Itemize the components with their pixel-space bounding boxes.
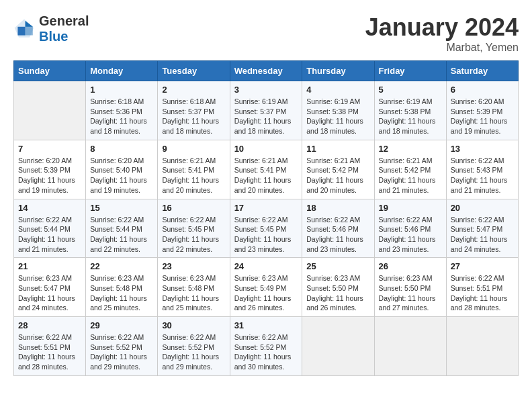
calendar-cell: 30Sunrise: 6:22 AMSunset: 5:52 PMDayligh… [158, 317, 230, 376]
day-info: Sunrise: 6:21 AMSunset: 5:41 PMDaylight:… [162, 156, 225, 195]
day-number: 6 [451, 85, 514, 95]
calendar-cell: 28Sunrise: 6:22 AMSunset: 5:51 PMDayligh… [14, 317, 86, 376]
day-info: Sunrise: 6:20 AMSunset: 5:39 PMDaylight:… [451, 97, 514, 136]
svg-rect-3 [17, 27, 25, 36]
calendar-cell [302, 317, 374, 376]
day-number: 4 [306, 85, 369, 95]
day-header-thursday: Thursday [302, 61, 374, 81]
day-number: 20 [451, 203, 514, 213]
calendar-cell: 14Sunrise: 6:22 AMSunset: 5:44 PMDayligh… [14, 199, 86, 258]
calendar-cell: 31Sunrise: 6:22 AMSunset: 5:52 PMDayligh… [230, 317, 302, 376]
day-header-wednesday: Wednesday [230, 61, 302, 81]
week-row-3: 14Sunrise: 6:22 AMSunset: 5:44 PMDayligh… [14, 199, 519, 258]
day-info: Sunrise: 6:21 AMSunset: 5:41 PMDaylight:… [234, 156, 298, 195]
calendar-cell: 13Sunrise: 6:22 AMSunset: 5:43 PMDayligh… [446, 140, 518, 199]
day-info: Sunrise: 6:22 AMSunset: 5:44 PMDaylight:… [18, 215, 81, 255]
day-info: Sunrise: 6:19 AMSunset: 5:37 PMDaylight:… [234, 97, 298, 136]
day-info: Sunrise: 6:22 AMSunset: 5:51 PMDaylight:… [451, 273, 514, 313]
day-info: Sunrise: 6:20 AMSunset: 5:39 PMDaylight:… [18, 156, 81, 195]
calendar-cell: 18Sunrise: 6:22 AMSunset: 5:46 PMDayligh… [302, 199, 374, 258]
day-number: 28 [18, 320, 81, 330]
page-header: General Blue January 2024 Marbat, Yemen [13, 13, 519, 54]
day-header-monday: Monday [86, 61, 158, 81]
day-info: Sunrise: 6:22 AMSunset: 5:46 PMDaylight:… [306, 215, 369, 255]
week-row-5: 28Sunrise: 6:22 AMSunset: 5:51 PMDayligh… [14, 317, 519, 376]
day-number: 2 [162, 85, 225, 95]
day-info: Sunrise: 6:21 AMSunset: 5:42 PMDaylight:… [379, 156, 442, 195]
calendar-cell: 8Sunrise: 6:20 AMSunset: 5:40 PMDaylight… [86, 140, 158, 199]
calendar-cell: 26Sunrise: 6:23 AMSunset: 5:50 PMDayligh… [374, 258, 446, 317]
days-header-row: SundayMondayTuesdayWednesdayThursdayFrid… [14, 61, 519, 81]
calendar-cell: 11Sunrise: 6:21 AMSunset: 5:42 PMDayligh… [302, 140, 374, 199]
day-info: Sunrise: 6:23 AMSunset: 5:50 PMDaylight:… [379, 273, 442, 313]
calendar-cell: 1Sunrise: 6:18 AMSunset: 5:36 PMDaylight… [86, 81, 158, 140]
day-number: 30 [162, 320, 225, 330]
calendar-location: Marbat, Yemen [365, 42, 519, 54]
day-number: 12 [379, 144, 442, 154]
day-info: Sunrise: 6:22 AMSunset: 5:52 PMDaylight:… [162, 332, 225, 372]
day-info: Sunrise: 6:21 AMSunset: 5:42 PMDaylight:… [306, 156, 369, 195]
day-info: Sunrise: 6:22 AMSunset: 5:44 PMDaylight:… [90, 215, 153, 255]
calendar-cell: 5Sunrise: 6:19 AMSunset: 5:38 PMDaylight… [374, 81, 446, 140]
day-info: Sunrise: 6:22 AMSunset: 5:47 PMDaylight:… [451, 215, 514, 255]
day-info: Sunrise: 6:22 AMSunset: 5:46 PMDaylight:… [379, 215, 442, 255]
day-header-sunday: Sunday [14, 61, 86, 81]
calendar-cell: 7Sunrise: 6:20 AMSunset: 5:39 PMDaylight… [14, 140, 86, 199]
day-number: 19 [379, 203, 442, 213]
day-number: 16 [162, 203, 225, 213]
calendar-cell: 29Sunrise: 6:22 AMSunset: 5:52 PMDayligh… [86, 317, 158, 376]
day-info: Sunrise: 6:23 AMSunset: 5:49 PMDaylight:… [234, 273, 298, 313]
logo-icon [13, 18, 35, 40]
day-info: Sunrise: 6:22 AMSunset: 5:51 PMDaylight:… [18, 332, 81, 372]
logo-text: General Blue [39, 13, 89, 44]
calendar-cell [374, 317, 446, 376]
day-info: Sunrise: 6:22 AMSunset: 5:43 PMDaylight:… [451, 156, 514, 195]
calendar-cell: 23Sunrise: 6:23 AMSunset: 5:48 PMDayligh… [158, 258, 230, 317]
day-number: 18 [306, 203, 369, 213]
day-info: Sunrise: 6:23 AMSunset: 5:48 PMDaylight:… [90, 273, 153, 313]
day-number: 31 [234, 320, 298, 330]
day-number: 1 [90, 85, 153, 95]
day-info: Sunrise: 6:23 AMSunset: 5:48 PMDaylight:… [162, 273, 225, 313]
day-header-friday: Friday [374, 61, 446, 81]
day-number: 3 [234, 85, 298, 95]
calendar-table: SundayMondayTuesdayWednesdayThursdayFrid… [13, 60, 519, 376]
day-number: 15 [90, 203, 153, 213]
day-info: Sunrise: 6:20 AMSunset: 5:40 PMDaylight:… [90, 156, 153, 195]
calendar-cell: 21Sunrise: 6:23 AMSunset: 5:47 PMDayligh… [14, 258, 86, 317]
day-info: Sunrise: 6:18 AMSunset: 5:36 PMDaylight:… [90, 97, 153, 136]
day-number: 8 [90, 144, 153, 154]
day-number: 24 [234, 261, 298, 271]
calendar-cell: 3Sunrise: 6:19 AMSunset: 5:37 PMDaylight… [230, 81, 302, 140]
calendar-cell: 22Sunrise: 6:23 AMSunset: 5:48 PMDayligh… [86, 258, 158, 317]
day-number: 29 [90, 320, 153, 330]
week-row-4: 21Sunrise: 6:23 AMSunset: 5:47 PMDayligh… [14, 258, 519, 317]
calendar-cell: 17Sunrise: 6:22 AMSunset: 5:45 PMDayligh… [230, 199, 302, 258]
day-number: 11 [306, 144, 369, 154]
day-number: 25 [306, 261, 369, 271]
day-number: 14 [18, 203, 81, 213]
day-number: 27 [451, 261, 514, 271]
logo-blue: Blue [39, 29, 68, 44]
day-number: 10 [234, 144, 298, 154]
day-info: Sunrise: 6:23 AMSunset: 5:50 PMDaylight:… [306, 273, 369, 313]
day-number: 9 [162, 144, 225, 154]
calendar-cell: 24Sunrise: 6:23 AMSunset: 5:49 PMDayligh… [230, 258, 302, 317]
calendar-cell: 27Sunrise: 6:22 AMSunset: 5:51 PMDayligh… [446, 258, 518, 317]
calendar-cell [14, 81, 86, 140]
day-number: 26 [379, 261, 442, 271]
logo-general: General [39, 13, 89, 28]
calendar-cell [446, 317, 518, 376]
day-info: Sunrise: 6:22 AMSunset: 5:52 PMDaylight:… [90, 332, 153, 372]
calendar-title: January 2024 [365, 13, 519, 42]
day-info: Sunrise: 6:19 AMSunset: 5:38 PMDaylight:… [306, 97, 369, 136]
day-number: 13 [451, 144, 514, 154]
day-number: 5 [379, 85, 442, 95]
day-number: 22 [90, 261, 153, 271]
calendar-cell: 2Sunrise: 6:18 AMSunset: 5:37 PMDaylight… [158, 81, 230, 140]
day-number: 23 [162, 261, 225, 271]
logo: General Blue [13, 13, 89, 44]
calendar-cell: 4Sunrise: 6:19 AMSunset: 5:38 PMDaylight… [302, 81, 374, 140]
day-info: Sunrise: 6:22 AMSunset: 5:45 PMDaylight:… [162, 215, 225, 255]
day-info: Sunrise: 6:22 AMSunset: 5:52 PMDaylight:… [234, 332, 298, 372]
